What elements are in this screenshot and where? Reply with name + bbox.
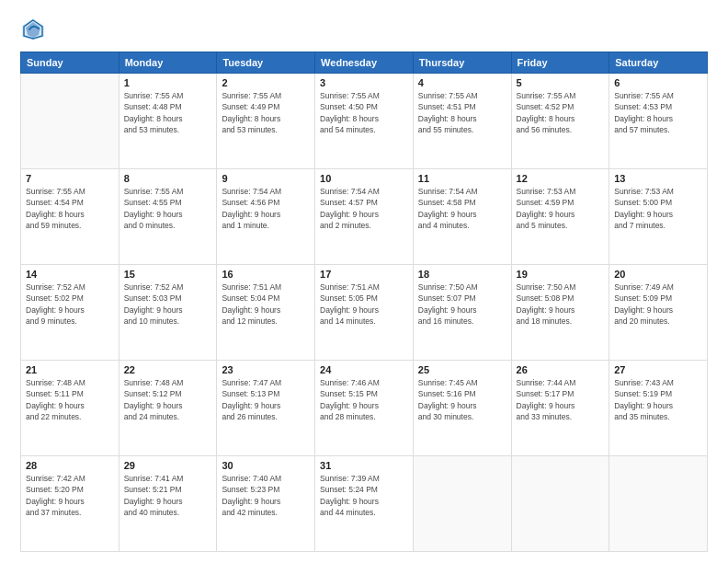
- day-number: 13: [614, 173, 702, 184]
- day-info: Sunrise: 7:55 AM Sunset: 4:55 PM Dayligh…: [124, 186, 212, 231]
- day-cell: 24Sunrise: 7:46 AM Sunset: 5:15 PM Dayli…: [315, 361, 414, 456]
- week-row-2: 7Sunrise: 7:55 AM Sunset: 4:54 PM Daylig…: [21, 169, 708, 265]
- day-info: Sunrise: 7:46 AM Sunset: 5:15 PM Dayligh…: [320, 377, 408, 422]
- day-number: 14: [26, 269, 114, 280]
- week-row-5: 28Sunrise: 7:42 AM Sunset: 5:20 PM Dayli…: [21, 456, 708, 552]
- day-cell: [413, 456, 511, 552]
- col-header-saturday: Saturday: [609, 52, 708, 74]
- day-cell: 21Sunrise: 7:48 AM Sunset: 5:11 PM Dayli…: [21, 361, 119, 456]
- day-info: Sunrise: 7:55 AM Sunset: 4:50 PM Dayligh…: [320, 90, 408, 135]
- day-number: 24: [320, 364, 408, 375]
- day-number: 5: [517, 77, 605, 88]
- day-info: Sunrise: 7:54 AM Sunset: 4:56 PM Dayligh…: [222, 186, 310, 231]
- day-cell: 25Sunrise: 7:45 AM Sunset: 5:16 PM Dayli…: [413, 361, 511, 456]
- day-info: Sunrise: 7:48 AM Sunset: 5:11 PM Dayligh…: [26, 377, 114, 422]
- day-number: 2: [222, 77, 310, 88]
- day-number: 9: [222, 173, 310, 184]
- day-info: Sunrise: 7:43 AM Sunset: 5:19 PM Dayligh…: [614, 377, 702, 422]
- day-info: Sunrise: 7:40 AM Sunset: 5:23 PM Dayligh…: [222, 473, 310, 518]
- week-row-3: 14Sunrise: 7:52 AM Sunset: 5:02 PM Dayli…: [21, 265, 708, 361]
- day-info: Sunrise: 7:49 AM Sunset: 5:09 PM Dayligh…: [614, 282, 702, 327]
- day-number: 27: [614, 364, 702, 375]
- day-cell: 10Sunrise: 7:54 AM Sunset: 4:57 PM Dayli…: [315, 169, 414, 265]
- day-cell: 5Sunrise: 7:55 AM Sunset: 4:52 PM Daylig…: [511, 74, 609, 169]
- day-cell: 9Sunrise: 7:54 AM Sunset: 4:56 PM Daylig…: [217, 169, 315, 265]
- day-number: 30: [222, 460, 310, 471]
- day-cell: [21, 74, 119, 169]
- day-number: 12: [517, 173, 605, 184]
- day-number: 10: [320, 173, 408, 184]
- day-info: Sunrise: 7:50 AM Sunset: 5:08 PM Dayligh…: [517, 282, 605, 327]
- day-number: 29: [124, 460, 212, 471]
- day-number: 16: [222, 269, 310, 280]
- day-info: Sunrise: 7:47 AM Sunset: 5:13 PM Dayligh…: [222, 377, 310, 422]
- day-info: Sunrise: 7:39 AM Sunset: 5:24 PM Dayligh…: [320, 473, 408, 518]
- day-number: 19: [517, 269, 605, 280]
- day-number: 20: [614, 269, 702, 280]
- day-number: 25: [418, 364, 506, 375]
- day-info: Sunrise: 7:54 AM Sunset: 4:57 PM Dayligh…: [320, 186, 408, 231]
- page: SundayMondayTuesdayWednesdayThursdayFrid…: [0, 0, 728, 563]
- calendar-table: SundayMondayTuesdayWednesdayThursdayFrid…: [20, 52, 708, 552]
- week-row-1: 1Sunrise: 7:55 AM Sunset: 4:48 PM Daylig…: [21, 74, 708, 169]
- day-number: 1: [124, 77, 212, 88]
- day-info: Sunrise: 7:55 AM Sunset: 4:51 PM Dayligh…: [418, 90, 506, 135]
- day-cell: 30Sunrise: 7:40 AM Sunset: 5:23 PM Dayli…: [217, 456, 315, 552]
- day-cell: [511, 456, 609, 552]
- day-number: 23: [222, 364, 310, 375]
- day-info: Sunrise: 7:52 AM Sunset: 5:02 PM Dayligh…: [26, 282, 114, 327]
- col-header-tuesday: Tuesday: [217, 52, 315, 74]
- day-number: 15: [124, 269, 212, 280]
- day-cell: [609, 456, 708, 552]
- day-cell: 11Sunrise: 7:54 AM Sunset: 4:58 PM Dayli…: [413, 169, 511, 265]
- day-cell: 22Sunrise: 7:48 AM Sunset: 5:12 PM Dayli…: [119, 361, 217, 456]
- day-cell: 18Sunrise: 7:50 AM Sunset: 5:07 PM Dayli…: [413, 265, 511, 361]
- col-header-friday: Friday: [511, 52, 609, 74]
- day-info: Sunrise: 7:42 AM Sunset: 5:20 PM Dayligh…: [26, 473, 114, 518]
- day-cell: 12Sunrise: 7:53 AM Sunset: 4:59 PM Dayli…: [511, 169, 609, 265]
- day-info: Sunrise: 7:55 AM Sunset: 4:52 PM Dayligh…: [517, 90, 605, 135]
- day-info: Sunrise: 7:55 AM Sunset: 4:53 PM Dayligh…: [614, 90, 702, 135]
- col-header-sunday: Sunday: [21, 52, 119, 74]
- day-info: Sunrise: 7:45 AM Sunset: 5:16 PM Dayligh…: [418, 377, 506, 422]
- day-info: Sunrise: 7:51 AM Sunset: 5:04 PM Dayligh…: [222, 282, 310, 327]
- day-cell: 26Sunrise: 7:44 AM Sunset: 5:17 PM Dayli…: [511, 361, 609, 456]
- day-cell: 7Sunrise: 7:55 AM Sunset: 4:54 PM Daylig…: [21, 169, 119, 265]
- day-cell: 3Sunrise: 7:55 AM Sunset: 4:50 PM Daylig…: [315, 74, 414, 169]
- day-number: 11: [418, 173, 506, 184]
- day-cell: 17Sunrise: 7:51 AM Sunset: 5:05 PM Dayli…: [315, 265, 414, 361]
- day-cell: 4Sunrise: 7:55 AM Sunset: 4:51 PM Daylig…: [413, 74, 511, 169]
- day-info: Sunrise: 7:44 AM Sunset: 5:17 PM Dayligh…: [517, 377, 605, 422]
- day-cell: 20Sunrise: 7:49 AM Sunset: 5:09 PM Dayli…: [609, 265, 708, 361]
- day-info: Sunrise: 7:55 AM Sunset: 4:48 PM Dayligh…: [124, 90, 212, 135]
- day-cell: 19Sunrise: 7:50 AM Sunset: 5:08 PM Dayli…: [511, 265, 609, 361]
- day-number: 7: [26, 173, 114, 184]
- day-cell: 13Sunrise: 7:53 AM Sunset: 5:00 PM Dayli…: [609, 169, 708, 265]
- day-number: 8: [124, 173, 212, 184]
- logo-icon: [20, 17, 46, 42]
- day-number: 4: [418, 77, 506, 88]
- day-cell: 6Sunrise: 7:55 AM Sunset: 4:53 PM Daylig…: [609, 74, 708, 169]
- day-number: 28: [26, 460, 114, 471]
- day-number: 17: [320, 269, 408, 280]
- col-header-thursday: Thursday: [413, 52, 511, 74]
- day-info: Sunrise: 7:52 AM Sunset: 5:03 PM Dayligh…: [124, 282, 212, 327]
- day-number: 6: [614, 77, 702, 88]
- logo: [20, 17, 50, 42]
- day-info: Sunrise: 7:53 AM Sunset: 5:00 PM Dayligh…: [614, 186, 702, 231]
- week-row-4: 21Sunrise: 7:48 AM Sunset: 5:11 PM Dayli…: [21, 361, 708, 456]
- day-info: Sunrise: 7:54 AM Sunset: 4:58 PM Dayligh…: [418, 186, 506, 231]
- day-info: Sunrise: 7:55 AM Sunset: 4:49 PM Dayligh…: [222, 90, 310, 135]
- day-cell: 8Sunrise: 7:55 AM Sunset: 4:55 PM Daylig…: [119, 169, 217, 265]
- day-cell: 28Sunrise: 7:42 AM Sunset: 5:20 PM Dayli…: [21, 456, 119, 552]
- day-number: 3: [320, 77, 408, 88]
- header: [20, 17, 708, 42]
- day-cell: 15Sunrise: 7:52 AM Sunset: 5:03 PM Dayli…: [119, 265, 217, 361]
- day-number: 31: [320, 460, 408, 471]
- day-info: Sunrise: 7:48 AM Sunset: 5:12 PM Dayligh…: [124, 377, 212, 422]
- day-info: Sunrise: 7:50 AM Sunset: 5:07 PM Dayligh…: [418, 282, 506, 327]
- day-cell: 31Sunrise: 7:39 AM Sunset: 5:24 PM Dayli…: [315, 456, 414, 552]
- day-cell: 14Sunrise: 7:52 AM Sunset: 5:02 PM Dayli…: [21, 265, 119, 361]
- day-number: 18: [418, 269, 506, 280]
- day-cell: 16Sunrise: 7:51 AM Sunset: 5:04 PM Dayli…: [217, 265, 315, 361]
